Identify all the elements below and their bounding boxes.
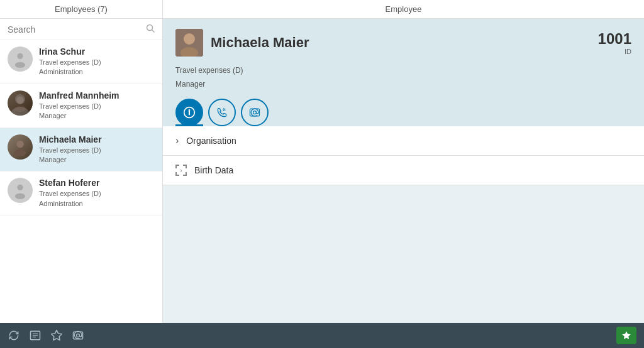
svg-point-7 (14, 149, 26, 156)
avatar-stefan (8, 178, 33, 203)
section-organisation[interactable]: › Organisation (163, 126, 644, 156)
employee-header-name: Michaela Maier (175, 29, 309, 57)
dashed-box-icon: › (175, 165, 187, 176)
bottom-bar-left (8, 329, 84, 342)
bottom-bar-right (616, 327, 636, 344)
search-icon (146, 24, 155, 35)
tab-info[interactable] (175, 99, 203, 126)
tab-bar (175, 99, 631, 126)
svg-marker-22 (52, 330, 62, 340)
employee-name-irina: Irina Schur (39, 46, 155, 57)
star-outline-icon[interactable] (50, 329, 63, 342)
email-outline-icon[interactable] (72, 329, 84, 342)
search-input[interactable] (8, 24, 146, 35)
svg-point-24 (77, 334, 80, 337)
employee-item-irina[interactable]: Irina Schur Travel expenses (D) Administ… (0, 40, 162, 84)
svg-point-9 (15, 193, 25, 199)
employee-info-michaela: Michaela Maier Travel expenses (D) Manag… (39, 134, 155, 165)
svg-point-11 (184, 33, 195, 45)
employee-meta2: Manager (175, 78, 631, 92)
sections-area: › Organisation › Birth Data (163, 126, 644, 323)
employee-header: Employee (163, 0, 644, 18)
employee-detail2-stefan: Administration (39, 199, 155, 209)
employee-info-irina: Irina Schur Travel expenses (D) Administ… (39, 46, 155, 77)
refresh-icon[interactable] (8, 329, 20, 342)
employee-list: Irina Schur Travel expenses (D) Administ… (0, 40, 162, 323)
employee-name-stefan: Stefan Hoferer (39, 178, 155, 188)
employee-item-michaela[interactable]: Michaela Maier Travel expenses (D) Manag… (0, 128, 162, 172)
sidebar: Irina Schur Travel expenses (D) Administ… (0, 19, 163, 323)
svg-line-1 (152, 30, 155, 33)
employee-id-block: 1001 ID (598, 30, 631, 55)
svg-point-8 (17, 185, 23, 190)
employee-detail1-michaela: Travel expenses (D) (39, 146, 155, 155)
chevron-right-icon: › (175, 135, 179, 146)
favorite-button[interactable] (616, 327, 636, 344)
employee-info-stefan: Stefan Hoferer Travel expenses (D) Admin… (39, 178, 155, 209)
search-bar[interactable] (0, 19, 162, 40)
svg-point-3 (15, 62, 25, 68)
employee-detail2-michaela: Manager (39, 155, 155, 165)
employee-detail1-stefan: Travel expenses (D) (39, 189, 155, 198)
section-birth-data[interactable]: › Birth Data (163, 156, 644, 185)
svg-point-5 (14, 105, 26, 112)
employee-detail2-irina: Administration (39, 67, 155, 77)
svg-point-4 (16, 96, 24, 104)
list-icon[interactable] (29, 329, 42, 342)
employee-meta: Travel expenses (D) Manager (175, 64, 631, 91)
employee-name-manfred: Manfred Mannheim (39, 90, 155, 101)
employee-item-stefan[interactable]: Stefan Hoferer Travel expenses (D) Admin… (0, 171, 162, 215)
avatar-manfred (8, 90, 33, 116)
employee-detail1-manfred: Travel expenses (D) (39, 102, 155, 111)
svg-point-17 (253, 111, 257, 114)
employees-header: Employees (7) (0, 0, 163, 18)
employee-item-manfred[interactable]: Manfred Mannheim Travel expenses (D) Man… (0, 84, 162, 128)
svg-point-15 (189, 109, 190, 111)
svg-point-2 (17, 53, 23, 59)
section-organisation-label: Organisation (186, 136, 236, 146)
employee-info-manfred: Manfred Mannheim Travel expenses (D) Man… (39, 90, 155, 121)
header-avatar (175, 29, 203, 57)
section-birth-data-label: Birth Data (194, 165, 233, 175)
employee-id-number: 1001 (598, 30, 631, 48)
employee-header-section: Michaela Maier 1001 ID Travel expenses (… (163, 19, 644, 126)
bottom-bar (0, 323, 644, 348)
avatar-irina (8, 46, 33, 72)
employee-name-michaela: Michaela Maier (39, 134, 155, 144)
tab-email[interactable] (241, 99, 269, 126)
employee-detail2-manfred: Manager (39, 111, 155, 121)
header-name-text: Michaela Maier (211, 35, 309, 51)
employee-meta1: Travel expenses (D) (175, 64, 631, 78)
svg-marker-25 (622, 331, 630, 339)
svg-point-6 (16, 140, 24, 148)
employee-id-label: ID (598, 48, 631, 55)
tab-contact[interactable] (208, 99, 236, 126)
content-area: Michaela Maier 1001 ID Travel expenses (… (163, 19, 644, 323)
employee-detail1-irina: Travel expenses (D) (39, 58, 155, 67)
employee-header-top: Michaela Maier 1001 ID (175, 29, 631, 57)
avatar-michaela (8, 134, 33, 160)
